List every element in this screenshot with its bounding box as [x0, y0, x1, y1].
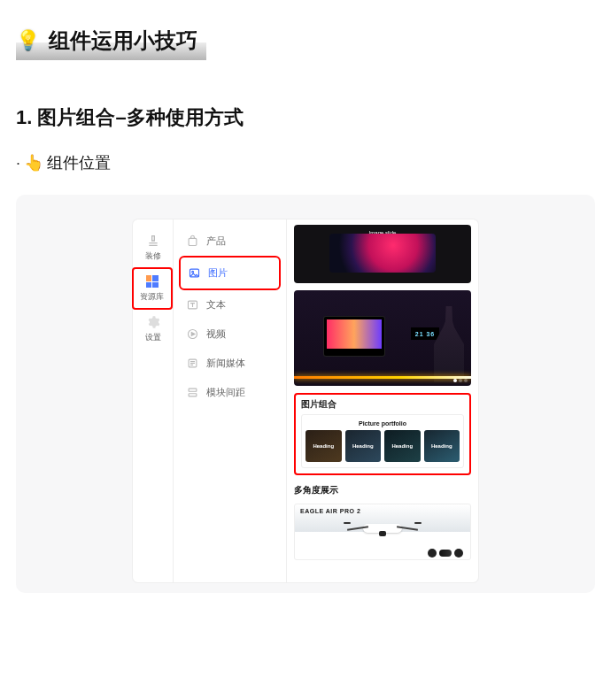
- svg-rect-6: [189, 388, 197, 391]
- menu-item-video[interactable]: 视频: [179, 319, 281, 349]
- page-title: 组件运用小技巧: [49, 27, 197, 55]
- text-icon: [186, 298, 199, 312]
- menu-item-label: 产品: [206, 235, 226, 248]
- menu-item-news[interactable]: 新闻媒体: [179, 349, 281, 378]
- person-silhouette: [434, 306, 464, 382]
- sidebar-item-label: 资源库: [140, 291, 164, 303]
- menu-item-text[interactable]: 文本: [179, 290, 281, 319]
- play-circle-icon: [186, 327, 199, 341]
- monitor-graphic: [324, 317, 384, 356]
- pointing-hand-icon: 👆: [24, 153, 43, 173]
- sidebar-item-decorate[interactable]: 装修: [135, 228, 171, 267]
- spacing-icon: [186, 386, 199, 399]
- menu-item-label: 文本: [206, 298, 226, 312]
- product-brand-label: EAGLE AIR PRO 2: [300, 508, 360, 514]
- svg-rect-7: [189, 394, 197, 396]
- component-location-line: · 👆 组件位置: [16, 152, 595, 173]
- image-icon: [188, 266, 201, 280]
- portfolio-thumb: Heading: [306, 430, 342, 462]
- sidebar-item-settings[interactable]: 设置: [135, 310, 171, 349]
- screenshot-panel: 装修 资源库 设置 产品: [16, 195, 595, 593]
- product-mini-thumbs: [428, 549, 463, 558]
- editor-window: 装修 资源库 设置 产品: [133, 219, 478, 582]
- sidebar-item-label: 装修: [145, 250, 161, 262]
- angle-view-thumb: EAGLE AIR PRO 2: [294, 504, 471, 560]
- preview-desk-scene: 21 36: [294, 290, 471, 386]
- menu-item-spacing[interactable]: 模块间距: [179, 378, 281, 407]
- angle-view-title: 多角度展示: [294, 484, 471, 496]
- block-title: 图片组合: [301, 398, 464, 411]
- sidebar-item-resources[interactable]: 资源库: [132, 267, 173, 310]
- bag-icon: [186, 235, 199, 248]
- section-heading: 1. 图片组合–多种使用方式: [16, 104, 595, 131]
- preview-laptop-slide: Image slide: [294, 225, 471, 283]
- page-title-bar: 💡 组件运用小技巧: [16, 21, 206, 60]
- portfolio-header: Picture portfolio: [306, 420, 460, 427]
- drone-graphic: [363, 524, 402, 533]
- bullet-dot: ·: [16, 154, 20, 173]
- portfolio-thumb: Heading: [384, 430, 421, 462]
- menu-item-image[interactable]: 图片: [179, 256, 281, 290]
- editor-sidebar: 装修 资源库 设置: [133, 219, 174, 582]
- menu-item-label: 模块间距: [206, 386, 245, 399]
- digital-clock: 21 36: [411, 327, 439, 340]
- menu-item-label: 新闻媒体: [206, 357, 245, 370]
- led-strip: [294, 376, 471, 379]
- carousel-dots: [453, 379, 468, 382]
- portfolio-thumb: Heading: [424, 430, 460, 462]
- image-combo-block: 图片组合 Picture portfolio Heading Heading H…: [294, 393, 471, 475]
- svg-rect-0: [189, 238, 197, 245]
- brush-icon: [146, 234, 160, 248]
- grid-icon: [145, 274, 159, 288]
- portfolio-card: Picture portfolio Heading Heading Headin…: [301, 414, 464, 468]
- menu-item-label: 图片: [208, 266, 228, 280]
- portfolio-thumb: Heading: [345, 430, 382, 462]
- news-icon: [186, 357, 199, 370]
- lightbulb-icon: 💡: [16, 29, 40, 52]
- menu-item-label: 视频: [206, 327, 226, 341]
- gear-icon: [146, 315, 160, 329]
- component-menu: 产品 图片 文本 视频: [174, 219, 287, 582]
- laptop-screen-graphic: [329, 234, 436, 273]
- sidebar-item-label: 设置: [145, 332, 161, 343]
- location-label: 组件位置: [47, 152, 111, 173]
- menu-item-product[interactable]: 产品: [179, 227, 281, 256]
- svg-point-2: [192, 271, 194, 273]
- preview-column: Image slide 21 36 图片组合 Picture portfolio…: [287, 219, 478, 582]
